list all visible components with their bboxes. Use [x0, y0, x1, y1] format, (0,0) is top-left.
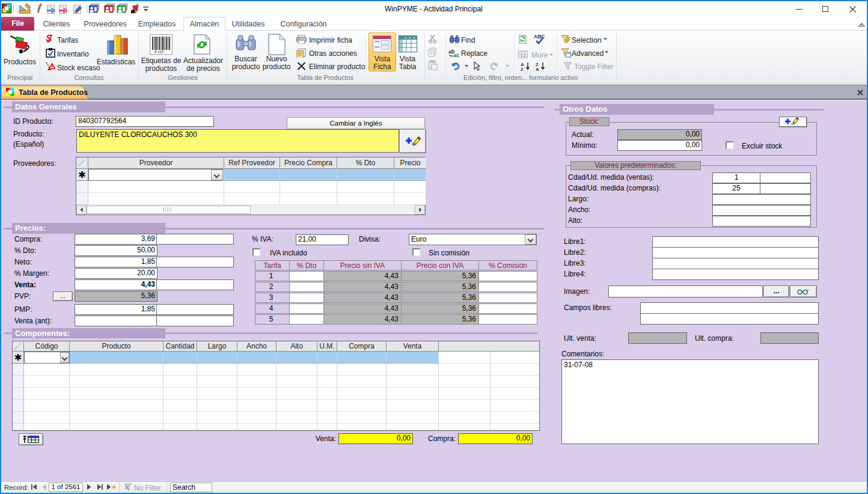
svg-text:A: A [536, 67, 539, 72]
svg-text:ac: ac [453, 52, 459, 58]
svg-text:Z: Z [521, 67, 524, 72]
svg-text:8 123: 8 123 [154, 50, 164, 53]
